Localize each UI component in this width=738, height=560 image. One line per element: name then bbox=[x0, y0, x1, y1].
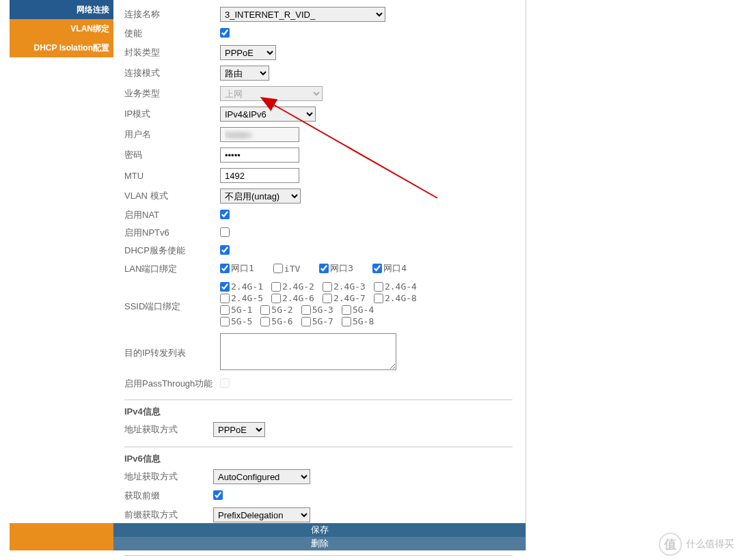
username-input[interactable] bbox=[220, 127, 299, 142]
action-bar: 保存 删除 bbox=[113, 523, 526, 550]
main-panel: 连接名称 3_INTERNET_R_VID_ 使能 封装类型 PPPoE 连接模… bbox=[113, 0, 526, 550]
ipv4-addr-label: 地址获取方式 bbox=[124, 423, 213, 436]
lan-port-checkbox[interactable] bbox=[273, 264, 283, 273]
sidebar: 网络连接 VLAN绑定 DHCP Isolation配置 bbox=[10, 0, 113, 57]
ssid-label: 2.4G-2 bbox=[282, 281, 314, 292]
ssid-checkbox[interactable] bbox=[301, 305, 311, 315]
username-label: 用户名 bbox=[124, 128, 220, 141]
watermark: 值 什么值得买 bbox=[659, 533, 734, 556]
ipv6-section-title: IPv6信息 bbox=[124, 453, 515, 465]
password-input[interactable] bbox=[220, 148, 299, 163]
lan-port-checkbox[interactable] bbox=[372, 264, 382, 273]
ssid-checkbox[interactable] bbox=[342, 317, 351, 326]
divider bbox=[124, 400, 512, 400]
ssid-checkbox[interactable] bbox=[271, 294, 281, 303]
ssid-label: 2.4G-8 bbox=[385, 293, 417, 303]
ssid-checkbox[interactable] bbox=[374, 294, 383, 303]
ssid-checkbox[interactable] bbox=[260, 305, 270, 315]
connection-name-select[interactable]: 3_INTERNET_R_VID_ bbox=[220, 7, 385, 22]
prefix-get-checkbox[interactable] bbox=[213, 490, 223, 500]
ssid-bind-label: SSID端口绑定 bbox=[124, 281, 220, 313]
passthrough-checkbox bbox=[220, 378, 230, 388]
save-button[interactable]: 保存 bbox=[113, 523, 525, 537]
ssid-checkbox[interactable] bbox=[323, 282, 332, 292]
dhcp-svc-checkbox[interactable] bbox=[220, 245, 230, 255]
lan-port-label: 网口1 bbox=[231, 262, 254, 275]
ssid-checkbox[interactable] bbox=[220, 305, 230, 315]
ssid-checkbox[interactable] bbox=[301, 317, 311, 326]
conn-mode-label: 连接模式 bbox=[124, 67, 220, 79]
mtu-input[interactable] bbox=[220, 168, 299, 183]
dst-ip-textarea[interactable] bbox=[220, 333, 396, 370]
lan-port-checkbox[interactable] bbox=[220, 264, 230, 273]
prefix-get-label: 获取前缀 bbox=[124, 490, 213, 502]
vlan-mode-select[interactable]: 不启用(untag) bbox=[220, 188, 301, 204]
ssid-checkbox[interactable] bbox=[271, 282, 281, 292]
mtu-label: MTU bbox=[124, 171, 220, 181]
ssid-label: 5G-7 bbox=[312, 316, 333, 326]
ssid-checkbox[interactable] bbox=[323, 294, 332, 303]
ssid-checkbox[interactable] bbox=[342, 305, 351, 315]
lan-port-label: 网口3 bbox=[330, 262, 353, 275]
ssid-label: 5G-3 bbox=[312, 305, 333, 315]
ssid-checkbox[interactable] bbox=[260, 317, 270, 326]
lan-port-checkbox[interactable] bbox=[319, 264, 329, 273]
ssid-checkbox[interactable] bbox=[220, 317, 230, 326]
ip-mode-label: IP模式 bbox=[124, 108, 220, 120]
ssid-checkbox[interactable] bbox=[220, 282, 230, 292]
ssid-checkbox[interactable] bbox=[374, 282, 383, 292]
ipv4-section-title: IPv4信息 bbox=[124, 406, 515, 418]
encap-select[interactable]: PPPoE bbox=[220, 45, 276, 60]
ssid-label: 5G-5 bbox=[231, 316, 252, 326]
ssid-label: 5G-8 bbox=[353, 316, 374, 326]
passthrough-label: 启用PassThrough功能 bbox=[124, 378, 220, 390]
connection-name-label: 连接名称 bbox=[124, 8, 220, 20]
svc-type-label: 业务类型 bbox=[124, 87, 220, 100]
delete-button[interactable]: 删除 bbox=[113, 537, 525, 550]
ipv4-addr-select[interactable]: PPPoE bbox=[213, 422, 265, 437]
divider bbox=[124, 447, 512, 447]
ssid-label: 2.4G-1 bbox=[231, 281, 263, 292]
sidebar-item-dhcp-isolation[interactable]: DHCP Isolation配置 bbox=[10, 38, 113, 57]
dhcp-svc-label: DHCP服务使能 bbox=[124, 244, 220, 257]
ssid-label: 5G-6 bbox=[271, 316, 292, 326]
watermark-icon: 值 bbox=[659, 533, 682, 556]
encap-label: 封装类型 bbox=[124, 46, 220, 59]
sidebar-item-vlan-bind[interactable]: VLAN绑定 bbox=[10, 19, 113, 38]
ip-mode-select[interactable]: IPv4&IPv6 bbox=[220, 107, 316, 122]
nat-checkbox[interactable] bbox=[220, 210, 230, 219]
prefix-mode-label: 前缀获取方式 bbox=[124, 509, 213, 521]
password-label: 密码 bbox=[124, 149, 220, 161]
ipv6-addr-select[interactable]: AutoConfigured bbox=[213, 469, 310, 484]
lan-bind-label: LAN端口绑定 bbox=[124, 263, 220, 275]
nat-label: 启用NAT bbox=[124, 209, 220, 221]
svc-type-select: 上网 bbox=[220, 86, 323, 101]
ssid-label: 2.4G-3 bbox=[333, 281, 366, 292]
ipv6-addr-label: 地址获取方式 bbox=[124, 471, 213, 483]
divider bbox=[124, 555, 512, 556]
lan-port-label: iTV bbox=[284, 264, 300, 274]
enable-checkbox[interactable] bbox=[220, 28, 230, 38]
prefix-mode-select[interactable]: PrefixDelegation bbox=[213, 507, 310, 522]
nptv6-label: 启用NPTv6 bbox=[124, 227, 220, 239]
lan-port-label: 网口4 bbox=[383, 262, 407, 275]
sidebar-fill bbox=[10, 523, 113, 550]
ssid-label: 2.4G-4 bbox=[385, 281, 417, 292]
dst-ip-label: 目的IP转发列表 bbox=[124, 333, 220, 359]
ssid-label: 2.4G-5 bbox=[231, 293, 263, 303]
ssid-label: 2.4G-7 bbox=[333, 293, 366, 303]
ssid-label: 5G-2 bbox=[271, 305, 292, 315]
ssid-checkbox[interactable] bbox=[220, 294, 230, 303]
enable-label: 使能 bbox=[124, 27, 220, 40]
conn-mode-select[interactable]: 路由 bbox=[220, 66, 269, 81]
ssid-label: 5G-4 bbox=[353, 305, 374, 315]
watermark-text: 什么值得买 bbox=[686, 538, 734, 550]
vlan-mode-label: VLAN 模式 bbox=[124, 190, 220, 202]
nptv6-checkbox[interactable] bbox=[220, 227, 230, 237]
ssid-label: 2.4G-6 bbox=[282, 293, 314, 303]
sidebar-item-network-conn[interactable]: 网络连接 bbox=[10, 0, 113, 19]
ssid-label: 5G-1 bbox=[231, 305, 252, 315]
